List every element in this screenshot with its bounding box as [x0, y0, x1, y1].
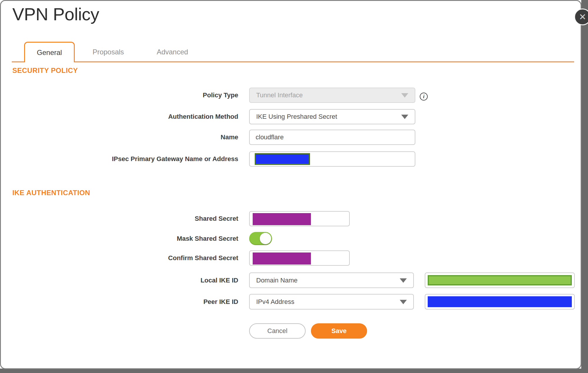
- redacted-gateway-value: [255, 153, 310, 165]
- save-button[interactable]: Save: [311, 323, 367, 339]
- peer-ike-id-value-input[interactable]: [425, 294, 575, 310]
- mask-shared-secret-toggle[interactable]: [249, 232, 272, 245]
- peer-ike-id-type-select[interactable]: IPv4 Address: [249, 294, 414, 310]
- confirm-shared-secret-input[interactable]: [249, 250, 350, 266]
- name-input[interactable]: [249, 130, 415, 145]
- local-ike-id-value-input[interactable]: [425, 272, 575, 288]
- dialog-title: VPN Policy: [12, 4, 99, 24]
- shared-secret-input[interactable]: [249, 211, 350, 226]
- authentication-method-label: Authentication Method: [0, 109, 238, 124]
- confirm-shared-secret-label: Confirm Shared Secret: [0, 250, 238, 266]
- vpn-policy-screen: ✕ VPN Policy General Proposals Advanced …: [0, 0, 588, 373]
- tab-advanced[interactable]: Advanced: [149, 42, 196, 62]
- gateway-input[interactable]: [249, 151, 415, 167]
- local-ike-id-label: Local IKE ID: [0, 272, 238, 288]
- peer-ike-id-label: Peer IKE ID: [0, 294, 238, 310]
- section-heading-ike-authentication: IKE AUTHENTICATION: [12, 189, 90, 197]
- policy-type-value: Tunnel Interface: [256, 91, 303, 99]
- mask-shared-secret-label: Mask Shared Secret: [0, 232, 238, 245]
- info-icon[interactable]: i: [420, 93, 428, 101]
- toggle-knob: [260, 233, 271, 244]
- dropdown-arrow-icon: [401, 93, 408, 98]
- policy-type-select: Tunnel Interface: [249, 88, 415, 103]
- tab-bar: General Proposals Advanced: [12, 41, 574, 62]
- policy-type-label: Policy Type: [0, 88, 238, 103]
- dropdown-arrow-icon: [400, 300, 407, 304]
- tab-proposals[interactable]: Proposals: [85, 42, 132, 62]
- tab-general[interactable]: General: [24, 42, 75, 62]
- gateway-label: IPsec Primary Gateway Name or Address: [0, 151, 238, 167]
- authentication-method-select[interactable]: IKE Using Preshared Secret: [249, 109, 415, 124]
- dropdown-arrow-icon: [401, 115, 408, 119]
- local-ike-id-type-select[interactable]: Domain Name: [249, 272, 414, 288]
- cancel-button[interactable]: Cancel: [249, 323, 306, 339]
- close-icon: ✕: [579, 13, 586, 21]
- redacted-confirm-shared-secret-value: [253, 252, 311, 265]
- local-ike-id-type-value: Domain Name: [256, 277, 298, 284]
- shared-secret-label: Shared Secret: [0, 211, 238, 226]
- section-heading-security-policy: SECURITY POLICY: [12, 66, 78, 75]
- redacted-local-ike-id-value: [428, 275, 572, 285]
- redacted-shared-secret-value: [253, 213, 311, 225]
- peer-ike-id-type-value: IPv4 Address: [256, 298, 294, 306]
- dropdown-arrow-icon: [400, 278, 407, 283]
- authentication-method-value: IKE Using Preshared Secret: [256, 113, 337, 121]
- name-label: Name: [0, 130, 238, 145]
- redacted-peer-ike-id-value: [428, 296, 572, 307]
